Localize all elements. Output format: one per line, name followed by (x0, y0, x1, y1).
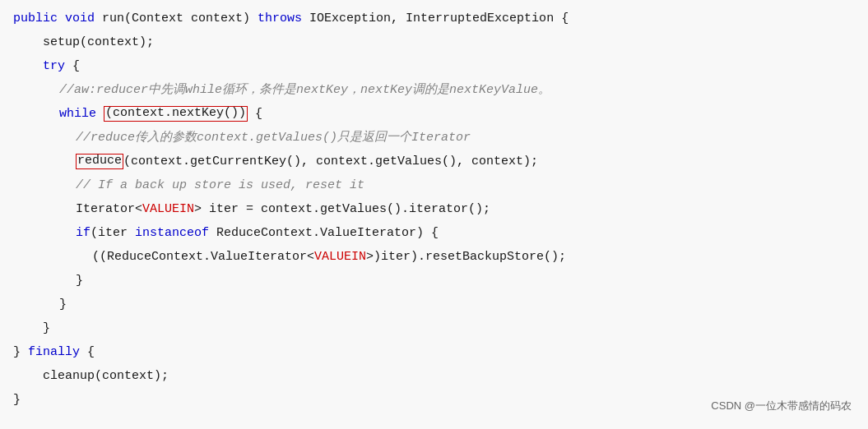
code-line: } (0, 293, 868, 316)
code-line: while (context.nextKey()) { (0, 102, 868, 126)
code-text: { (248, 102, 262, 126)
code-text: } (76, 269, 83, 293)
highlighted-reduce: reduce (76, 154, 123, 169)
code-line: setup(context); (0, 30, 868, 54)
comment-text: //aw:reducer中先调while循环，条件是nextKey，nextKe… (59, 78, 550, 102)
keyword-void: void (65, 7, 102, 30)
keyword-instanceof: instanceof (135, 221, 209, 245)
keyword-while: while (59, 102, 104, 126)
code-text: } (43, 316, 50, 340)
code-text: (iter (91, 221, 135, 245)
code-line: cleanup(context); (0, 364, 868, 388)
code-text: ((ReduceContext.ValueIterator< (92, 245, 314, 269)
comment-text: // If a back up store is used, reset it (76, 173, 364, 197)
code-text: (context.getCurrentKey(), context.getVal… (123, 150, 538, 173)
code-text: > iter = context.getValues().iterator(); (194, 197, 490, 221)
code-text: cleanup(context); (43, 364, 169, 388)
code-line: //reduce传入的参数context.getValues()只是返回一个It… (0, 126, 868, 150)
code-container: public void run(Context context) throws … (0, 0, 868, 429)
code-text: } (13, 340, 28, 364)
highlighted-condition: (context.nextKey()) (104, 106, 248, 122)
keyword-try: try (43, 54, 72, 78)
keyword-public: public (13, 7, 65, 30)
type-valuein: VALUEIN (142, 197, 194, 221)
code-line: } finally { (0, 340, 868, 364)
type-valuein-2: VALUEIN (314, 245, 366, 269)
code-line: Iterator<VALUEIN> iter = context.getValu… (0, 197, 868, 221)
code-line: } (0, 316, 868, 340)
code-text: ReduceContext.ValueIterator) { (209, 221, 439, 245)
watermark: CSDN @一位木带感情的码农 (711, 394, 852, 417)
code-text: { (72, 54, 80, 78)
code-text: run(Context context) (102, 7, 258, 30)
code-text: IOException, InterruptedException { (309, 7, 569, 30)
code-text: Iterator< (76, 197, 142, 221)
code-text: } (59, 293, 67, 316)
code-line: public void run(Context context) throws … (0, 7, 868, 30)
code-line: } (0, 269, 868, 293)
code-line: try { (0, 54, 868, 78)
code-text: >)iter).resetBackupStore(); (366, 245, 566, 269)
code-line: //aw:reducer中先调while循环，条件是nextKey，nextKe… (0, 78, 868, 102)
code-text: { (87, 340, 95, 364)
comment-text: //reduce传入的参数context.getValues()只是返回一个It… (76, 126, 471, 150)
keyword-throws: throws (258, 7, 309, 30)
keyword-finally: finally (28, 340, 87, 364)
keyword-if: if (76, 221, 91, 245)
code-text: setup(context); (43, 30, 154, 54)
code-line: reduce(context.getCurrentKey(), context.… (0, 150, 868, 173)
code-line: if(iter instanceof ReduceContext.ValueIt… (0, 221, 868, 245)
code-line: ((ReduceContext.ValueIterator<VALUEIN>)i… (0, 245, 868, 269)
code-text: } (13, 388, 21, 412)
code-line: // If a back up store is used, reset it (0, 173, 868, 197)
